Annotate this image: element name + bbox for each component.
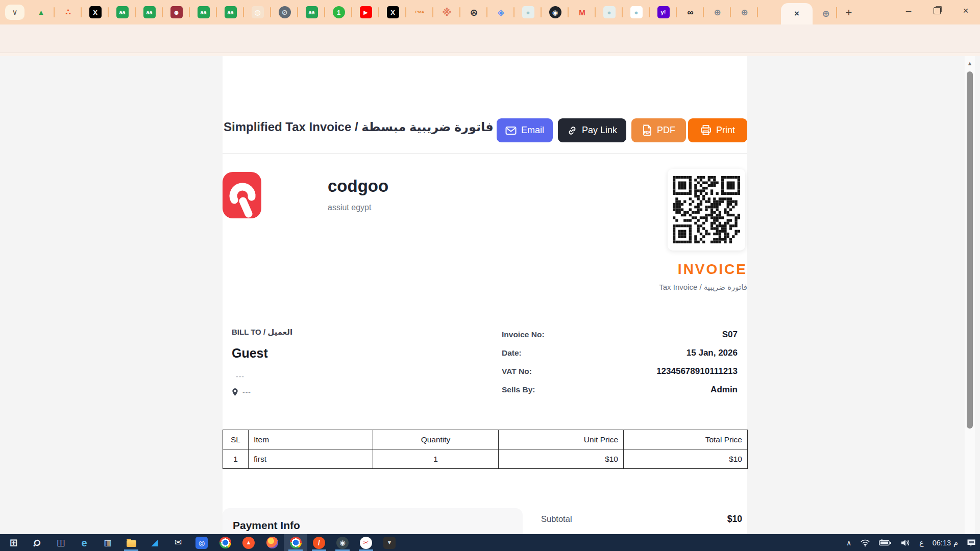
tab-x-2[interactable]: X — [379, 0, 406, 24]
detail-label: Invoice No: — [502, 330, 545, 339]
tab-aa-1-icon: aa — [116, 6, 129, 18]
globe-icon: ⊕ — [822, 8, 829, 19]
tab-aa-5[interactable]: aa — [298, 0, 325, 24]
detail-row: Date: 15 Jan, 2026 — [502, 344, 738, 362]
link-icon — [567, 126, 577, 136]
tab-figma[interactable]: ∴ — [55, 0, 82, 24]
tab-meta[interactable]: ∞ — [677, 0, 704, 24]
col-unit-price: Unit Price — [499, 430, 624, 449]
tab-figma-icon: ∴ — [62, 6, 75, 18]
brave-icon[interactable]: ▲ — [237, 534, 260, 551]
tab-aa-3-icon: aa — [198, 6, 210, 18]
tab-teal-shield-2[interactable]: ● — [596, 0, 623, 24]
tab-search-caret-button[interactable]: ∨ — [5, 5, 24, 20]
tab-phpmyadmin[interactable]: PMA — [406, 0, 433, 24]
tab-one-green-icon: 1 — [333, 6, 345, 18]
detail-row: Sells By: Admin — [502, 381, 738, 399]
detail-value: S07 — [722, 330, 738, 340]
minimize-button[interactable]: – — [894, 0, 923, 21]
taskbar-icons: ⊞Ϙ◫e▥◢✉◎▲/◉✂▼ — [2, 534, 401, 551]
store-icon[interactable]: ▥ — [96, 534, 119, 551]
tab-teal-box[interactable]: ● — [623, 0, 650, 24]
svg-text:PDF: PDF — [644, 131, 651, 134]
tab-faded-logo[interactable]: ◍ — [244, 0, 271, 24]
tab-globe-2[interactable]: ⊕ — [731, 0, 758, 24]
task-view-button[interactable]: ◫ — [49, 534, 72, 551]
subtotal-value: $10 — [727, 514, 742, 524]
plus-icon: + — [846, 6, 852, 19]
scrollbar-thumb[interactable] — [967, 71, 973, 429]
bill-to-location: --- — [232, 388, 251, 396]
language-indicator[interactable]: ع — [919, 539, 923, 547]
tab-gmail[interactable]: M — [569, 0, 596, 24]
taskbar-clock[interactable]: 06:13 م — [933, 539, 958, 547]
detail-label: Sells By: — [502, 385, 535, 394]
dark-face-icon[interactable]: ◉ — [331, 534, 354, 551]
tab-ghost[interactable]: ☻ — [163, 0, 190, 24]
edge-icon-glyph: e — [78, 537, 90, 549]
start-button[interactable]: ⊞ — [2, 534, 26, 551]
scrollbar-up-button[interactable]: ▲ — [965, 57, 975, 69]
tab-dark-globe[interactable]: ⊘ — [271, 0, 298, 24]
tab-youtube-icon: ▶ — [360, 6, 372, 18]
tab-aa-1[interactable]: aa — [109, 0, 136, 24]
print-button[interactable]: Print — [688, 118, 747, 142]
tab-aa-4-icon: aa — [225, 6, 237, 18]
volume-icon[interactable] — [900, 539, 911, 547]
chrome-icon[interactable] — [213, 534, 237, 551]
wifi-icon[interactable] — [860, 539, 870, 547]
email-button[interactable]: Email — [497, 118, 553, 142]
detail-row: VAT No: 12345678910111213 — [502, 362, 738, 381]
tab-aa-2-icon: aa — [143, 6, 156, 18]
tab-github[interactable]: ◉ — [542, 0, 569, 24]
close-window-button[interactable]: × — [951, 0, 980, 21]
chevron-down-icon: ∨ — [12, 8, 18, 17]
system-tray: ∧ ع 06:13 م — [846, 534, 976, 551]
pdf-button[interactable]: PDF PDF — [631, 118, 686, 142]
tab-teal-shield-1[interactable]: ● — [514, 0, 542, 24]
invoice-label: INVOICE — [492, 261, 747, 278]
tab-gemini[interactable]: ◈ — [487, 0, 514, 24]
table-row: 1 first 1 $10 $10 — [223, 449, 748, 469]
snip-icon[interactable]: ✂ — [354, 534, 378, 551]
tab-youtube[interactable]: ▶ — [352, 0, 379, 24]
tab-globe-3[interactable]: ⊕ — [816, 6, 836, 21]
tab-gemini-icon: ◈ — [495, 6, 507, 18]
blue-app-icon[interactable]: ◎ — [190, 534, 213, 551]
orange-purple-orb-icon[interactable] — [260, 534, 284, 551]
tab-x-icon: X — [89, 6, 102, 18]
action-center-icon[interactable] — [967, 539, 976, 547]
pay-link-button[interactable]: Pay Link — [558, 118, 626, 142]
mail-icon[interactable]: ✉ — [166, 534, 190, 551]
tab-yahoo[interactable]: y! — [650, 0, 677, 24]
tray-chevron-icon[interactable]: ∧ — [846, 539, 851, 547]
chrome-active-icon[interactable] — [284, 534, 307, 551]
orange-pen-icon[interactable]: / — [307, 534, 331, 551]
prism-icon[interactable]: ▼ — [378, 534, 401, 551]
edge-icon[interactable]: e — [72, 534, 96, 551]
col-sl: SL — [223, 430, 249, 449]
file-explorer-icon[interactable] — [119, 534, 143, 551]
tab-aa-4[interactable]: aa — [217, 0, 244, 24]
tab-aa-3[interactable]: aa — [190, 0, 217, 24]
tab-starburst[interactable]: ※ — [433, 0, 460, 24]
subtotal-label: Subtotal — [541, 514, 572, 524]
tab-x[interactable]: X — [82, 0, 109, 24]
chrome-icon-glyph — [219, 537, 231, 548]
tab-chatgpt[interactable]: ⊛ — [460, 0, 487, 24]
battery-icon[interactable] — [879, 539, 892, 546]
tab-globe-1[interactable]: ⊕ — [704, 0, 731, 24]
clock-time: 06:13 — [933, 539, 951, 547]
active-tab[interactable]: × — [781, 3, 813, 24]
tab-ghost-icon: ☻ — [170, 6, 183, 18]
vscode-icon[interactable]: ◢ — [143, 534, 166, 551]
invoice-sublabel: Tax Invoice / فاتورة ضريبية — [492, 283, 747, 292]
tab-one-green[interactable]: 1 — [325, 0, 352, 24]
tab-google-drive[interactable]: ▲ — [28, 0, 55, 24]
tab-aa-2[interactable]: aa — [136, 0, 163, 24]
close-icon[interactable]: × — [794, 9, 799, 19]
new-tab-button[interactable]: + — [841, 5, 856, 20]
search-button[interactable]: Ϙ — [26, 534, 49, 551]
maximize-button[interactable] — [923, 0, 951, 21]
close-icon: × — [963, 5, 968, 16]
